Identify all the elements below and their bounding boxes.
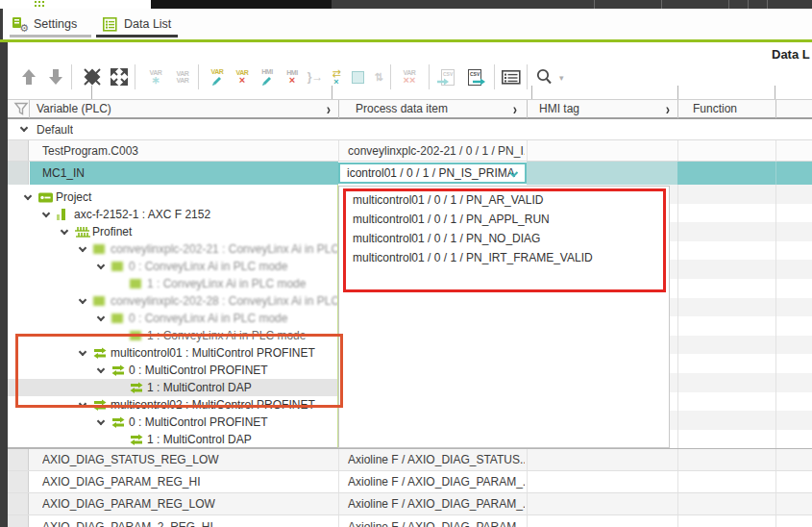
column-header-variable[interactable]: Variable (PLC) › xyxy=(37,100,338,117)
column-header-hmi-tag[interactable]: HMI tag › xyxy=(534,100,677,117)
chevron-down-icon[interactable] xyxy=(508,170,519,178)
tree-item-project[interactable]: Project xyxy=(8,188,337,206)
group-row-default[interactable]: Default xyxy=(8,119,812,140)
delete-hmi-tag-button[interactable]: HMI× xyxy=(281,64,304,89)
table-row[interactable]: TestProgram.C003 conveylinxplc-202-21 / … xyxy=(8,140,812,162)
variable-cell[interactable]: AXIO_DIAG_PARAM_2_REG_HI xyxy=(42,515,213,527)
process-data-cell[interactable]: Axioline F / AXIO_DIAG_PARAM_... xyxy=(348,493,525,514)
expand-column-icon[interactable]: › xyxy=(513,100,517,118)
process-data-cell[interactable]: Axioline F / AXIO_DIAG_STATUS... xyxy=(348,449,525,470)
column-header-function[interactable]: Function xyxy=(685,100,775,117)
device-icon xyxy=(93,244,111,254)
connect-process-data-button[interactable]: }→ xyxy=(304,64,327,89)
accent-divider xyxy=(0,39,812,42)
variable-cell[interactable]: AXIO_DIAG_PARAM_REG_LOW xyxy=(42,493,215,514)
process-data-cell[interactable]: conveylinxplc-202-21 / 0 / 1 / PN_I... xyxy=(348,140,525,161)
chevron-down-icon[interactable] xyxy=(98,260,111,273)
window-top-strip xyxy=(0,0,812,9)
device-icon xyxy=(93,296,111,306)
variable-cell-selected[interactable]: MC1_IN xyxy=(30,162,338,185)
search-options-caret-icon[interactable]: ▾ xyxy=(559,73,564,83)
row-handle[interactable] xyxy=(8,449,29,470)
move-down-button[interactable] xyxy=(44,64,67,89)
table-row[interactable]: AXIO_DIAG_STATUS_REG_LOW Axioline F / AX… xyxy=(8,449,812,471)
row-handle[interactable] xyxy=(8,471,29,492)
expand-column-icon[interactable]: › xyxy=(666,100,670,118)
chevron-down-icon[interactable] xyxy=(43,208,57,221)
chevron-down-icon[interactable] xyxy=(80,294,93,308)
active-window-tab[interactable] xyxy=(0,0,151,9)
process-data-cell[interactable]: Axioline F / AXIO_DIAG_PARAM_... xyxy=(348,471,525,492)
row-handle[interactable] xyxy=(8,162,29,185)
delete-variable-button[interactable]: VAR× xyxy=(231,64,254,89)
tree-item-device-blurred[interactable]: conveylinxplc-202-21 : ConveyLinx Ai in … xyxy=(8,240,337,258)
column-settings-button[interactable] xyxy=(500,64,523,89)
tree-item-multicontrol02-0[interactable]: 0 : MultiControl PROFINET xyxy=(8,414,337,431)
tab-divider xyxy=(748,0,749,9)
delete-all-variables-button[interactable]: VAR×× xyxy=(398,64,421,89)
tree-item-profinet[interactable]: Profinet xyxy=(8,223,337,240)
chevron-down-icon[interactable] xyxy=(98,415,111,429)
tab-settings[interactable]: ⚙ Settings xyxy=(12,12,77,37)
tab-data-list-underline-active xyxy=(96,35,178,38)
row-handle[interactable] xyxy=(8,493,29,514)
chevron-down-icon[interactable] xyxy=(25,190,38,204)
variable-cell[interactable]: AXIO_DIAG_PARAM_REG_HI xyxy=(42,471,201,492)
tree-item-device-blurred[interactable]: conveylinxplc-202-28 : ConveyLinx Ai in … xyxy=(8,292,337,310)
export-csv-button[interactable]: CSV xyxy=(463,64,486,89)
collapse-all-button[interactable] xyxy=(81,64,104,89)
collapsed-side-panel[interactable] xyxy=(0,42,8,527)
edit-hmi-tag-button[interactable]: HMI xyxy=(256,64,279,89)
popup-bottom-border xyxy=(8,448,812,449)
import-csv-button[interactable]: CSV xyxy=(436,64,459,89)
table-row[interactable]: AXIO_DIAG_PARAM_REG_HI Axioline F / AXIO… xyxy=(8,471,812,493)
column-header-process-data-item[interactable]: Process data item › xyxy=(346,100,527,117)
filter-icon[interactable] xyxy=(13,102,29,116)
window-tab-dark[interactable] xyxy=(151,0,332,9)
group-collapse-icon[interactable] xyxy=(20,124,28,132)
tree-item-device-blurred[interactable]: 0 : ConveyLinx Ai in PLC mode xyxy=(8,258,337,275)
variable-cell[interactable]: AXIO_DIAG_STATUS_REG_LOW xyxy=(42,449,219,470)
paste-assignment-button[interactable] xyxy=(346,64,369,89)
toolbar-separator xyxy=(390,64,391,89)
variable-tree-popup[interactable]: Project axc-f-2152-1 : AXC F 2152 Profin… xyxy=(8,185,338,448)
row-handle[interactable] xyxy=(8,140,29,161)
profinet-icon xyxy=(75,227,92,238)
table-row-clipped[interactable]: AXIO_DIAG_PARAM_2_REG_HI Axioline F / AX… xyxy=(8,515,812,527)
expand-all-button[interactable] xyxy=(108,64,131,89)
table-row[interactable]: AXIO_DIAG_PARAM_REG_LOW Axioline F / AXI… xyxy=(8,493,812,515)
tree-item-plc[interactable]: axc-f-2152-1 : AXC F 2152 xyxy=(8,206,337,223)
plc-icon xyxy=(57,208,74,221)
toolbar-separator xyxy=(494,64,495,89)
variable-cell[interactable]: TestProgram.C003 xyxy=(42,140,138,161)
edit-variable-button[interactable]: VAR xyxy=(206,64,229,89)
reassign-process-data-button[interactable]: ⇄× xyxy=(325,64,348,89)
row-handle[interactable] xyxy=(8,515,29,527)
grip-dots-icon xyxy=(35,1,48,7)
expand-column-icon[interactable]: › xyxy=(327,100,331,118)
hmi-tag-cell-selected[interactable] xyxy=(527,162,677,185)
swap-assignment-button[interactable]: ⇅ xyxy=(367,64,390,89)
settings-icon: ⚙ xyxy=(12,16,27,32)
chevron-down-icon[interactable] xyxy=(80,242,93,256)
toolbar-separator xyxy=(71,64,72,89)
toolbar-separator xyxy=(135,64,135,89)
process-data-combobox[interactable]: icontrol01 / 0 / 1 / PN_IS_PRIMA xyxy=(338,163,527,184)
toolbar-separator xyxy=(198,64,199,89)
tree-item-device-blurred[interactable]: 0 : ConveyLinx Ai in PLC mode xyxy=(8,310,337,327)
data-list-icon xyxy=(103,17,117,32)
tab-data-list[interactable]: Data List xyxy=(103,12,171,37)
device-icon xyxy=(111,314,129,323)
process-data-cell[interactable]: Axioline F / AXIO_DIAG_PARAM... xyxy=(348,515,525,527)
chevron-down-icon[interactable] xyxy=(62,225,75,238)
add-variable-pair-button[interactable]: VARVAR xyxy=(171,64,194,89)
tab-divider xyxy=(661,0,662,9)
add-variable-button[interactable]: VAR∗ xyxy=(144,64,167,89)
function-cell-selected[interactable] xyxy=(677,162,812,185)
chevron-down-icon[interactable] xyxy=(98,312,111,325)
tree-item-device-blurred[interactable]: 1 : ConveyLinx Ai in PLC mode xyxy=(8,275,337,292)
tree-item-multicontrol02-dap[interactable]: 1 : MultiControl DAP xyxy=(8,431,337,448)
data-list-toolbar: VAR∗ VARVAR VAR VAR× HMI HMI× }→ ⇄× ⇅ VA… xyxy=(8,60,812,96)
move-up-button[interactable] xyxy=(17,64,40,89)
search-button[interactable] xyxy=(532,64,555,89)
